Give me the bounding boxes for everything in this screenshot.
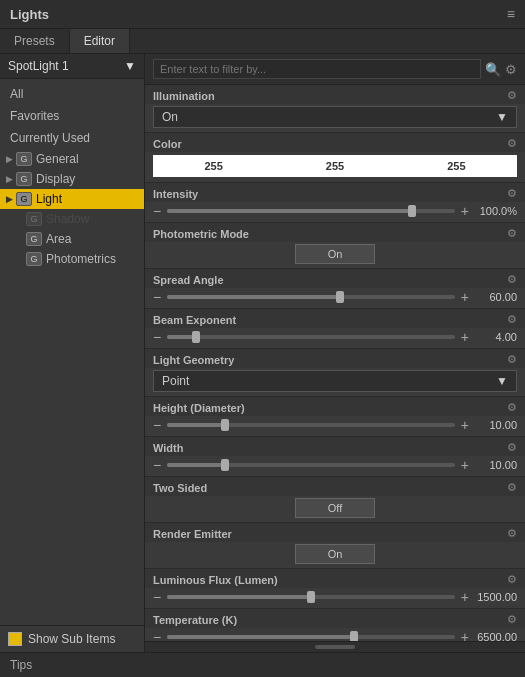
height-plus[interactable]: + [461,418,469,432]
prop-spread-angle: Spread Angle ⚙ − + 60.00 [145,269,525,309]
width-plus[interactable]: + [461,458,469,472]
prop-settings-icon-temp[interactable]: ⚙ [507,613,517,626]
width-track[interactable] [167,463,455,467]
prop-settings-icon-two-sided[interactable]: ⚙ [507,481,517,494]
spotlight-dropdown[interactable]: SpotLight 1 ▼ [0,54,144,79]
prop-label-luminous: Luminous Flux (Lumen) [153,574,278,586]
intensity-track[interactable] [167,209,455,213]
lights-panel: Lights ≡ Presets Editor SpotLight 1 ▼ Al… [0,0,525,677]
prop-light-geometry: Light Geometry ⚙ Point ▼ [145,349,525,397]
spread-track[interactable] [167,295,455,299]
prop-label-row-spread: Spread Angle ⚙ [145,269,525,288]
tips-bar[interactable]: Tips [0,652,525,677]
light-geometry-select[interactable]: Point ▼ [153,370,517,392]
color-swatch[interactable]: 255 255 255 [153,155,517,177]
tab-presets[interactable]: Presets [0,29,70,53]
width-value: 10.00 [475,459,517,471]
luminous-value: 1500.00 [475,591,517,603]
width-minus[interactable]: − [153,458,161,472]
prop-settings-icon-photometric[interactable]: ⚙ [507,227,517,240]
panel-menu-icon[interactable]: ≡ [507,6,515,22]
prop-settings-icon-height[interactable]: ⚙ [507,401,517,414]
prop-width: Width ⚙ − + 10.00 [145,437,525,477]
settings-icon[interactable]: ⚙ [505,62,517,77]
sidebar-item-currently-used[interactable]: Currently Used [0,127,144,149]
spotlight-label: SpotLight 1 [8,59,69,73]
sidebar-item-favorites[interactable]: Favorites [0,105,144,127]
beam-track[interactable] [167,335,455,339]
luminous-minus[interactable]: − [153,590,161,604]
prop-settings-icon-render-emitter[interactable]: ⚙ [507,527,517,540]
sidebar-label-area: Area [46,232,71,246]
tree-arrow-icon: ▶ [6,154,16,164]
color-row: 255 255 255 [145,152,525,182]
two-sided-btn-row: Off [145,496,525,522]
photometric-mode-button[interactable]: On [295,244,375,264]
prop-luminous-flux: Luminous Flux (Lumen) ⚙ − + 1500.00 [145,569,525,609]
sidebar-item-photometrics[interactable]: G Photometrics [0,249,144,269]
show-sub-items-checkbox[interactable] [8,632,22,646]
sidebar: SpotLight 1 ▼ All Favorites Currently Us… [0,54,145,652]
prop-settings-icon-width[interactable]: ⚙ [507,441,517,454]
prop-height-diameter: Height (Diameter) ⚙ − + 10.00 [145,397,525,437]
illumination-dropdown[interactable]: On ▼ [153,106,517,128]
tree-g-icon: G [16,152,32,166]
beam-minus[interactable]: − [153,330,161,344]
prop-label-spread: Spread Angle [153,274,224,286]
beam-plus[interactable]: + [461,330,469,344]
height-slider-row: − + 10.00 [145,416,525,436]
prop-value-illumination: On ▼ [145,104,525,132]
temp-slider-row: − + 6500.00 [145,628,525,641]
intensity-plus[interactable]: + [461,204,469,218]
prop-settings-icon-light-geo[interactable]: ⚙ [507,353,517,366]
panel-title: Lights [10,7,49,22]
light-geo-arrow: ▼ [496,374,508,388]
spread-plus[interactable]: + [461,290,469,304]
prop-temperature: Temperature (K) ⚙ − + 6500.00 [145,609,525,641]
intensity-minus[interactable]: − [153,204,161,218]
tree-g-icon: G [26,232,42,246]
sidebar-item-all[interactable]: All [0,83,144,105]
two-sided-button[interactable]: Off [295,498,375,518]
height-track[interactable] [167,423,455,427]
prop-label-intensity: Intensity [153,188,198,200]
sidebar-item-light[interactable]: ▶ G Light [0,189,144,209]
panel-header: Lights ≡ [0,0,525,29]
temp-track[interactable] [167,635,455,639]
sidebar-footer: Show Sub Items [0,625,144,652]
prop-settings-icon-intensity[interactable]: ⚙ [507,187,517,200]
luminous-plus[interactable]: + [461,590,469,604]
prop-settings-icon-beam[interactable]: ⚙ [507,313,517,326]
prop-settings-icon-luminous[interactable]: ⚙ [507,573,517,586]
sidebar-item-area[interactable]: G Area [0,229,144,249]
prop-settings-icon-color[interactable]: ⚙ [507,137,517,150]
prop-settings-icon[interactable]: ⚙ [507,89,517,102]
prop-beam-exponent: Beam Exponent ⚙ − + 4.00 [145,309,525,349]
prop-label-light-geo: Light Geometry [153,354,234,366]
spread-minus[interactable]: − [153,290,161,304]
spread-value: 60.00 [475,291,517,303]
prop-photometric-mode: Photometric Mode ⚙ On [145,223,525,269]
temp-plus[interactable]: + [461,630,469,641]
luminous-slider-row: − + 1500.00 [145,588,525,608]
sidebar-item-general[interactable]: ▶ G General [0,149,144,169]
properties-panel: Illumination ⚙ On ▼ Color ⚙ [145,85,525,641]
render-emitter-button[interactable]: On [295,544,375,564]
search-icon: 🔍 [485,62,501,77]
height-minus[interactable]: − [153,418,161,432]
sidebar-label-general: General [36,152,79,166]
temp-minus[interactable]: − [153,630,161,641]
luminous-track[interactable] [167,595,455,599]
sidebar-item-shadow[interactable]: G Shadow [0,209,144,229]
main-content: SpotLight 1 ▼ All Favorites Currently Us… [0,54,525,652]
intensity-value: 100.0% [475,205,517,217]
sidebar-item-display[interactable]: ▶ G Display [0,169,144,189]
tree-g-icon: G [16,192,32,206]
prop-label-row-beam: Beam Exponent ⚙ [145,309,525,328]
prop-settings-icon-spread[interactable]: ⚙ [507,273,517,286]
tab-editor[interactable]: Editor [70,29,130,53]
prop-label-beam: Beam Exponent [153,314,236,326]
width-slider-row: − + 10.00 [145,456,525,476]
height-value: 10.00 [475,419,517,431]
filter-input[interactable] [153,59,481,79]
